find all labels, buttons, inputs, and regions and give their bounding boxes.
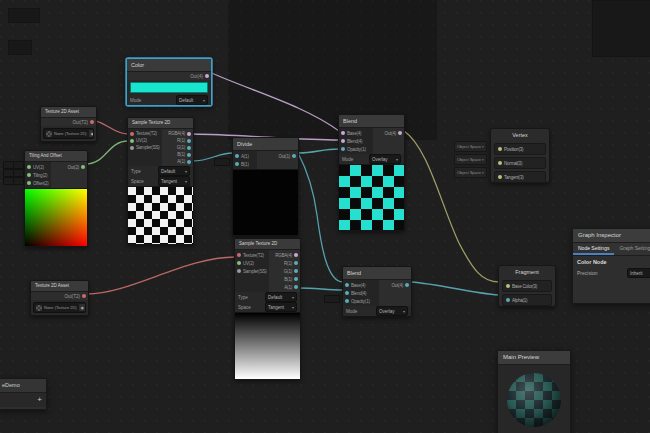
value-chip[interactable] (214, 158, 230, 166)
space-dropdown[interactable]: Tangent (158, 176, 190, 186)
port-out[interactable]: Out(4) (382, 129, 404, 137)
port-rgba[interactable]: RGBA(4) (273, 251, 300, 259)
port-dot-sampler[interactable] (237, 269, 241, 273)
port-dot-float[interactable] (345, 283, 349, 287)
blend-mode-dropdown[interactable]: Overlay (376, 306, 408, 316)
value-chip[interactable] (13, 169, 24, 177)
main-preview-panel[interactable]: Main Preview (497, 350, 571, 433)
node-texture-2d-asset-1[interactable]: Texture 2D Asset Out(T2) None (Texture 2… (40, 106, 97, 142)
space-dropdown[interactable]: Object Space (454, 154, 487, 165)
texture-object-field[interactable]: None (Texture 2D) ◉ (43, 128, 94, 139)
port-sampler[interactable]: Sampler(SS) (128, 144, 162, 151)
port-dot-float[interactable] (187, 146, 191, 150)
port-dot-vector2[interactable] (237, 261, 241, 265)
port-dot-vector4[interactable] (294, 253, 298, 257)
space-dropdown[interactable]: Object Space (454, 167, 487, 178)
blend-mode-dropdown[interactable]: Overlay (369, 154, 401, 164)
block-alpha[interactable]: Alpha(1) (502, 294, 552, 306)
port-dot-float[interactable] (506, 298, 510, 302)
port-g[interactable]: G(1) (282, 267, 300, 275)
port-offset[interactable]: Offset(2) (25, 179, 51, 187)
port-dot-float[interactable] (187, 153, 191, 157)
port-b[interactable]: B(1) (233, 160, 257, 168)
port-dot-vector3[interactable] (498, 161, 502, 165)
port-dot-vector2[interactable] (81, 165, 85, 169)
mode-dropdown[interactable]: Default (176, 95, 208, 105)
fragment-stack[interactable]: Fragment Base Color(3) Alpha(1) (498, 265, 556, 307)
port-dot-vector3[interactable] (506, 284, 510, 288)
port-dot-float[interactable] (345, 291, 349, 295)
port-texture[interactable]: Texture(T2) (235, 251, 269, 259)
node-color[interactable]: Color Out(4) Mode Default (126, 58, 212, 106)
port-r[interactable]: R(1) (282, 259, 300, 267)
type-dropdown[interactable]: Default (158, 166, 190, 176)
block-normal[interactable]: Normal(3) (494, 157, 546, 169)
port-dot-float[interactable] (235, 154, 239, 158)
port-dot-texture2d[interactable] (90, 120, 94, 124)
object-picker-icon[interactable]: ◉ (79, 304, 86, 311)
vertex-stack[interactable]: Vertex Position(3) Normal(3) Tangent(3) (490, 128, 550, 183)
wire-divide-to-blend1-opacity[interactable] (298, 149, 339, 153)
port-dot-float[interactable] (345, 299, 349, 303)
port-r[interactable]: R(1) (175, 137, 193, 144)
object-picker-icon[interactable]: ◉ (89, 130, 94, 137)
port-dot-vector4[interactable] (187, 132, 191, 136)
node-blend-2[interactable]: Blend Base(4) Blend(4) Opacity(1) Out(4)… (342, 266, 412, 317)
port-out[interactable]: Out(1) (276, 152, 298, 160)
wire-sample2-a-to-blend2-blend[interactable] (299, 288, 343, 290)
texture-object-field[interactable]: None (Texture 2D) ◉ (33, 302, 86, 313)
port-out[interactable]: Out(2) (65, 163, 87, 171)
port-uv[interactable]: UV(2) (235, 259, 269, 267)
port-dot-float[interactable] (405, 283, 409, 287)
blackboard-panel[interactable]: eDemo + (0, 378, 47, 410)
port-base[interactable]: Base(4) (343, 281, 379, 289)
port-dot-float[interactable] (294, 261, 298, 265)
port-tiling[interactable]: Tiling(2) (25, 171, 51, 179)
port-dot-vector2[interactable] (130, 139, 134, 143)
port-sampler[interactable]: Sampler(SS) (235, 267, 269, 275)
port-dot-vector2[interactable] (27, 181, 31, 185)
port-a[interactable]: A(1) (282, 283, 300, 291)
port-rgba[interactable]: RGBA(4) (166, 130, 193, 137)
value-chip[interactable] (13, 161, 24, 169)
wire-divide-to-blend2-base[interactable] (298, 153, 343, 282)
port-dot-vector4[interactable] (341, 139, 345, 143)
tab-graph-settings[interactable]: Graph Settings (614, 243, 650, 255)
wire-blend2-to-fragment-alpha[interactable] (411, 282, 499, 295)
port-dot-vector4[interactable] (341, 131, 345, 135)
port-dot-texture2d[interactable] (130, 132, 134, 136)
port-dot-float[interactable] (292, 154, 296, 158)
port-dot-vector3[interactable] (498, 175, 502, 179)
value-chip[interactable] (324, 295, 340, 303)
color-swatch[interactable] (130, 82, 208, 93)
port-out[interactable]: Out(4) (389, 281, 411, 289)
port-base[interactable]: Base(4) (339, 129, 373, 137)
port-a[interactable]: A(1) (233, 152, 257, 160)
add-property-button[interactable]: + (37, 396, 42, 404)
wire-texture-asset2-to-sample2[interactable] (87, 257, 235, 294)
port-b[interactable]: B(1) (175, 151, 193, 158)
port-dot-float[interactable] (294, 285, 298, 289)
wire-color-to-blend1-base[interactable] (209, 72, 339, 131)
port-dot-vector4[interactable] (205, 74, 209, 78)
node-texture-2d-asset-2[interactable]: Texture 2D Asset Out(T2) None (Texture 2… (30, 280, 89, 316)
tab-node-settings[interactable]: Node Settings (573, 243, 614, 255)
port-dot-vector2[interactable] (27, 165, 31, 169)
value-chip[interactable] (13, 177, 24, 185)
node-sample-texture-2d-2[interactable]: Sample Texture 2D Texture(T2) UV(2) Samp… (234, 238, 301, 380)
port-out[interactable]: Out(4) (127, 72, 211, 80)
space-dropdown[interactable]: Tangent (265, 302, 297, 312)
port-dot-texture2d[interactable] (82, 294, 86, 298)
port-texture[interactable]: Texture(T2) (128, 130, 162, 137)
port-b[interactable]: B(1) (282, 275, 300, 283)
port-g[interactable]: G(1) (175, 144, 193, 151)
node-blend-1[interactable]: Blend Base(4) Blend(4) Opacity(1) Out(4)… (338, 114, 405, 231)
shader-graph-canvas[interactable]: Color Out(4) Mode Default Texture 2D Ass… (0, 0, 650, 433)
node-sample-texture-2d-1[interactable]: Sample Texture 2D Texture(T2) UV(2) Samp… (127, 117, 194, 245)
port-dot-float[interactable] (294, 269, 298, 273)
port-dot-vector4[interactable] (398, 131, 402, 135)
type-dropdown[interactable]: Default (265, 292, 297, 302)
port-dot-sampler[interactable] (130, 146, 134, 150)
precision-dropdown[interactable]: Inherit (627, 268, 650, 278)
port-dot-float[interactable] (187, 139, 191, 143)
